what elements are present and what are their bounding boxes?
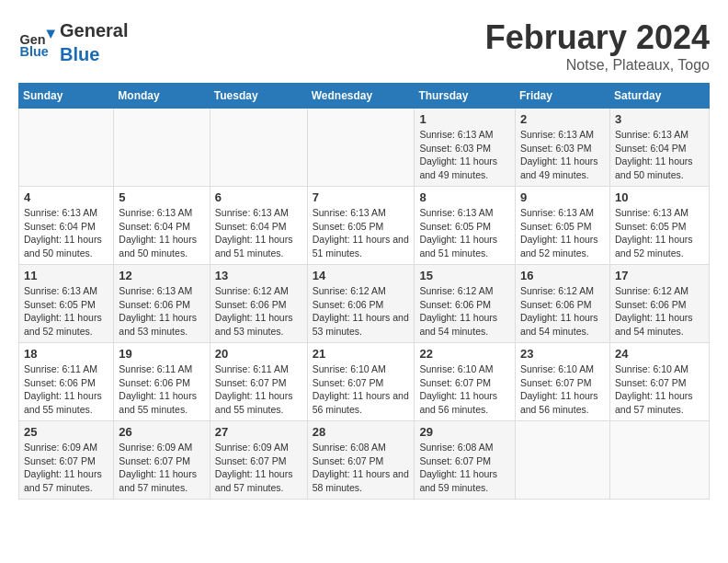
day-info: Sunrise: 6:13 AM Sunset: 6:05 PM Dayligh… [615, 206, 704, 260]
day-number: 3 [615, 112, 704, 126]
day-number: 9 [520, 190, 605, 204]
svg-text:Blue: Blue [20, 44, 49, 59]
calendar-header-row: SundayMondayTuesdayWednesdayThursdayFrid… [19, 84, 710, 109]
day-info: Sunrise: 6:09 AM Sunset: 6:07 PM Dayligh… [215, 441, 302, 495]
day-number: 16 [520, 269, 605, 282]
day-number: 26 [119, 425, 204, 439]
calendar-week-row: 1Sunrise: 6:13 AM Sunset: 6:03 PM Daylig… [19, 109, 710, 187]
day-info: Sunrise: 6:10 AM Sunset: 6:07 PM Dayligh… [419, 362, 510, 417]
day-number: 6 [215, 190, 302, 204]
weekday-header: Friday [515, 84, 609, 109]
day-info: Sunrise: 6:13 AM Sunset: 6:05 PM Dayligh… [24, 284, 108, 339]
calendar-cell: 11Sunrise: 6:13 AM Sunset: 6:05 PM Dayli… [19, 265, 114, 343]
calendar-cell: 14Sunrise: 6:12 AM Sunset: 6:06 PM Dayli… [307, 265, 415, 343]
day-info: Sunrise: 6:11 AM Sunset: 6:07 PM Dayligh… [215, 362, 302, 417]
calendar-body: 1Sunrise: 6:13 AM Sunset: 6:03 PM Daylig… [19, 109, 710, 500]
day-info: Sunrise: 6:10 AM Sunset: 6:07 PM Dayligh… [615, 362, 704, 417]
calendar-table: SundayMondayTuesdayWednesdayThursdayFrid… [18, 83, 710, 500]
day-info: Sunrise: 6:08 AM Sunset: 6:07 PM Dayligh… [313, 441, 410, 495]
weekday-header: Wednesday [307, 84, 415, 109]
calendar-cell [609, 421, 709, 500]
calendar-cell: 17Sunrise: 6:12 AM Sunset: 6:06 PM Dayli… [609, 265, 709, 343]
day-info: Sunrise: 6:13 AM Sunset: 6:06 PM Dayligh… [119, 284, 204, 339]
calendar-cell: 29Sunrise: 6:08 AM Sunset: 6:07 PM Dayli… [415, 421, 516, 500]
day-number: 1 [419, 112, 510, 126]
day-info: Sunrise: 6:09 AM Sunset: 6:07 PM Dayligh… [24, 441, 108, 495]
calendar-week-row: 11Sunrise: 6:13 AM Sunset: 6:05 PM Dayli… [19, 265, 710, 343]
day-info: Sunrise: 6:11 AM Sunset: 6:06 PM Dayligh… [24, 362, 108, 417]
logo-general: General [60, 20, 128, 40]
day-info: Sunrise: 6:12 AM Sunset: 6:06 PM Dayligh… [313, 284, 410, 339]
calendar-cell: 4Sunrise: 6:13 AM Sunset: 6:04 PM Daylig… [19, 187, 114, 265]
day-number: 7 [313, 190, 410, 204]
day-number: 23 [520, 347, 605, 361]
calendar-cell: 2Sunrise: 6:13 AM Sunset: 6:03 PM Daylig… [515, 109, 609, 187]
calendar-week-row: 25Sunrise: 6:09 AM Sunset: 6:07 PM Dayli… [19, 421, 710, 500]
day-info: Sunrise: 6:12 AM Sunset: 6:06 PM Dayligh… [215, 284, 302, 339]
calendar-cell: 1Sunrise: 6:13 AM Sunset: 6:03 PM Daylig… [415, 109, 516, 187]
logo-blue: Blue [60, 44, 99, 64]
day-info: Sunrise: 6:13 AM Sunset: 6:05 PM Dayligh… [520, 206, 605, 260]
calendar-cell [515, 421, 609, 500]
weekday-header: Sunday [19, 84, 114, 109]
day-number: 24 [615, 347, 704, 361]
day-number: 10 [615, 190, 704, 204]
day-number: 13 [215, 269, 302, 282]
day-number: 20 [215, 347, 302, 361]
day-info: Sunrise: 6:13 AM Sunset: 6:05 PM Dayligh… [313, 206, 410, 260]
day-number: 12 [119, 269, 204, 282]
day-number: 11 [24, 269, 108, 282]
day-info: Sunrise: 6:10 AM Sunset: 6:07 PM Dayligh… [313, 362, 410, 417]
calendar-cell: 12Sunrise: 6:13 AM Sunset: 6:06 PM Dayli… [114, 265, 210, 343]
day-info: Sunrise: 6:13 AM Sunset: 6:05 PM Dayligh… [419, 206, 510, 260]
calendar-cell: 28Sunrise: 6:08 AM Sunset: 6:07 PM Dayli… [307, 421, 415, 500]
calendar-cell [114, 109, 210, 187]
calendar-cell: 18Sunrise: 6:11 AM Sunset: 6:06 PM Dayli… [19, 343, 114, 421]
calendar-cell: 25Sunrise: 6:09 AM Sunset: 6:07 PM Dayli… [19, 421, 114, 500]
day-info: Sunrise: 6:13 AM Sunset: 6:03 PM Dayligh… [419, 128, 510, 182]
calendar-cell: 6Sunrise: 6:13 AM Sunset: 6:04 PM Daylig… [210, 187, 307, 265]
day-number: 2 [520, 112, 605, 126]
day-number: 15 [419, 269, 510, 282]
day-number: 28 [313, 425, 410, 439]
day-info: Sunrise: 6:13 AM Sunset: 6:04 PM Dayligh… [615, 128, 704, 182]
calendar-cell: 16Sunrise: 6:12 AM Sunset: 6:06 PM Dayli… [515, 265, 609, 343]
calendar-cell: 27Sunrise: 6:09 AM Sunset: 6:07 PM Dayli… [210, 421, 307, 500]
day-number: 17 [615, 269, 704, 282]
weekday-header: Monday [114, 84, 210, 109]
calendar-cell: 23Sunrise: 6:10 AM Sunset: 6:07 PM Dayli… [515, 343, 609, 421]
calendar-cell: 15Sunrise: 6:12 AM Sunset: 6:06 PM Dayli… [415, 265, 516, 343]
calendar-cell: 24Sunrise: 6:10 AM Sunset: 6:07 PM Dayli… [609, 343, 709, 421]
day-number: 27 [215, 425, 302, 439]
day-number: 14 [313, 269, 410, 282]
page-title: February 2024 [485, 18, 710, 57]
day-number: 22 [419, 347, 510, 361]
day-number: 5 [119, 190, 204, 204]
calendar-cell: 13Sunrise: 6:12 AM Sunset: 6:06 PM Dayli… [210, 265, 307, 343]
day-number: 18 [24, 347, 108, 361]
logo: Gen Blue General Blue [18, 18, 128, 66]
weekday-header: Tuesday [210, 84, 307, 109]
day-info: Sunrise: 6:12 AM Sunset: 6:06 PM Dayligh… [520, 284, 605, 339]
calendar-cell: 19Sunrise: 6:11 AM Sunset: 6:06 PM Dayli… [114, 343, 210, 421]
calendar-week-row: 4Sunrise: 6:13 AM Sunset: 6:04 PM Daylig… [19, 187, 710, 265]
calendar-cell: 22Sunrise: 6:10 AM Sunset: 6:07 PM Dayli… [415, 343, 516, 421]
calendar-cell: 21Sunrise: 6:10 AM Sunset: 6:07 PM Dayli… [307, 343, 415, 421]
day-number: 19 [119, 347, 204, 361]
day-info: Sunrise: 6:09 AM Sunset: 6:07 PM Dayligh… [119, 441, 204, 495]
day-info: Sunrise: 6:13 AM Sunset: 6:04 PM Dayligh… [119, 206, 204, 260]
weekday-header: Thursday [415, 84, 516, 109]
day-number: 8 [419, 190, 510, 204]
weekday-header: Saturday [609, 84, 709, 109]
calendar-cell: 5Sunrise: 6:13 AM Sunset: 6:04 PM Daylig… [114, 187, 210, 265]
day-number: 29 [419, 425, 510, 439]
page-header: Gen Blue General Blue February 2024 Nots… [18, 18, 710, 74]
title-block: February 2024 Notse, Plateaux, Togo [485, 18, 710, 74]
calendar-cell: 7Sunrise: 6:13 AM Sunset: 6:05 PM Daylig… [307, 187, 415, 265]
calendar-cell: 8Sunrise: 6:13 AM Sunset: 6:05 PM Daylig… [415, 187, 516, 265]
day-info: Sunrise: 6:10 AM Sunset: 6:07 PM Dayligh… [520, 362, 605, 417]
day-number: 21 [313, 347, 410, 361]
day-info: Sunrise: 6:11 AM Sunset: 6:06 PM Dayligh… [119, 362, 204, 417]
page-subtitle: Notse, Plateaux, Togo [485, 57, 710, 74]
calendar-week-row: 18Sunrise: 6:11 AM Sunset: 6:06 PM Dayli… [19, 343, 710, 421]
